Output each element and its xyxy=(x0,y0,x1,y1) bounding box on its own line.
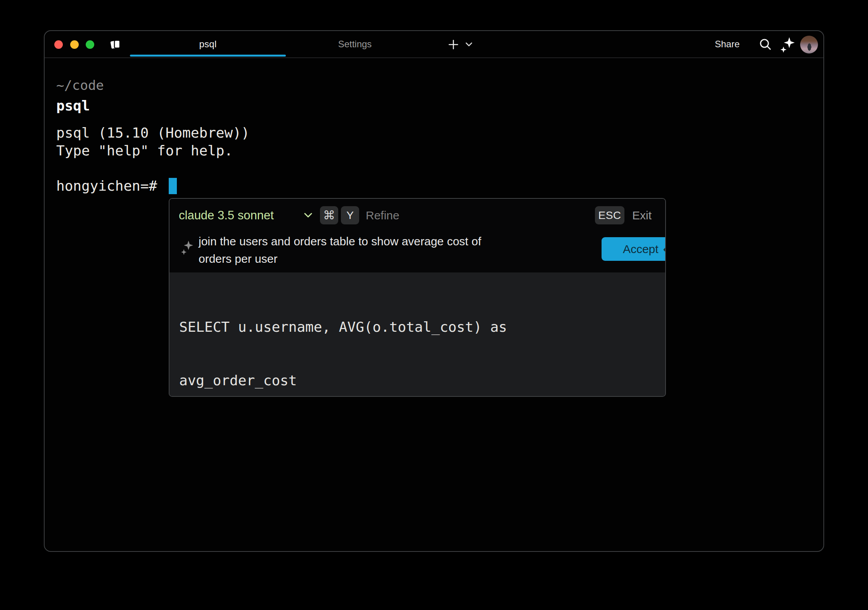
ai-user-prompt: join the users and orders table to show … xyxy=(199,233,567,267)
new-tab-button[interactable] xyxy=(448,39,459,50)
tab-bar: psql Settings Share xyxy=(45,31,823,58)
cmd-key-badge: ⌘ xyxy=(320,206,338,224)
terminal-window: psql Settings Share xyxy=(44,30,824,552)
accept-button[interactable]: Accept ↵ xyxy=(602,237,666,261)
y-key-badge: Y xyxy=(341,206,359,224)
terminal-cwd: ~/code xyxy=(56,76,104,94)
ai-suggestion-popup: claude 3.5 sonnet ⌘ Y Refine ESC Exit xyxy=(169,198,666,397)
tab-list-chevron-down-icon[interactable] xyxy=(465,41,473,48)
exit-action[interactable]: Exit xyxy=(632,206,652,224)
tab-settings[interactable]: Settings xyxy=(316,31,394,57)
terminal-command: psql xyxy=(56,97,90,115)
prompt-sparkle-icon xyxy=(180,239,194,255)
pages-icon[interactable] xyxy=(110,39,121,50)
tab-psql[interactable]: psql xyxy=(130,31,286,57)
ai-sparkles-icon[interactable] xyxy=(780,36,795,53)
user-avatar[interactable] xyxy=(800,36,818,53)
terminal-output-line: psql (15.10 (Homebrew)) xyxy=(56,124,250,142)
suggested-sql-code[interactable]: SELECT u.username, AVG(o.total_cost) as … xyxy=(169,272,665,397)
close-window-button[interactable] xyxy=(54,40,63,49)
code-line: avg_order_cost xyxy=(179,372,657,389)
esc-key-badge: ESC xyxy=(595,206,624,224)
share-button[interactable]: Share xyxy=(715,31,740,57)
refine-action[interactable]: Refine xyxy=(366,206,399,224)
terminal-cursor[interactable] xyxy=(169,178,177,194)
active-tab-underline xyxy=(130,55,286,57)
terminal-output-line: Type "help" for help. xyxy=(56,142,233,160)
ai-popup-header: claude 3.5 sonnet ⌘ Y Refine ESC Exit xyxy=(169,199,665,272)
tab-settings-label: Settings xyxy=(338,39,372,50)
code-line: SELECT u.username, AVG(o.total_cost) as xyxy=(179,318,657,336)
tab-psql-label: psql xyxy=(199,39,216,50)
terminal-prompt: hongyichen=# xyxy=(56,177,166,195)
minimize-window-button[interactable] xyxy=(70,40,79,49)
model-name: claude 3.5 sonnet xyxy=(179,209,274,222)
return-key-icon: ↵ xyxy=(663,243,666,255)
search-icon[interactable] xyxy=(758,37,773,52)
model-chevron-down-icon[interactable] xyxy=(303,212,313,219)
model-selector[interactable]: claude 3.5 sonnet xyxy=(179,206,274,224)
zoom-window-button[interactable] xyxy=(86,40,94,49)
